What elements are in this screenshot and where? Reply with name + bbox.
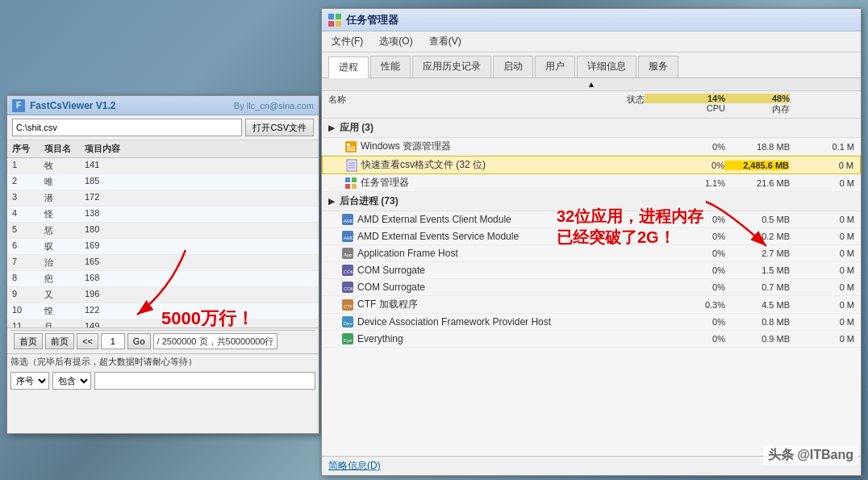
process-extra: 0.1 M	[790, 142, 854, 152]
tm-menu-view[interactable]: 查看(V)	[426, 33, 465, 50]
tm-bg-process-row[interactable]: COM COM Surrogate 0% 1.5 MB 0 M	[322, 262, 861, 279]
csv-prev-page-button[interactable]: 前页	[45, 333, 74, 349]
tm-header-extra	[790, 94, 854, 115]
csv-col-value: 项目内容	[83, 142, 148, 156]
svg-text:CTF: CTF	[344, 304, 353, 309]
tab-详细信息[interactable]: 详细信息	[577, 56, 636, 77]
bg-process-cpu: 0%	[645, 317, 725, 327]
tm-title: 任务管理器	[346, 13, 854, 27]
bg-process-cpu: 0%	[645, 282, 725, 292]
bg-process-icon: AMD	[341, 213, 354, 226]
svg-rect-1	[328, 14, 334, 19]
bg-process-icon: Dev	[341, 315, 354, 328]
bg-process-extra: 0 M	[790, 317, 854, 327]
bg-process-icon: AMD	[341, 230, 354, 243]
csv-table-row: 6驭169	[7, 239, 319, 255]
csv-page-info: / 2500000 页，共50000000行	[153, 333, 278, 349]
tm-titlebar: 任务管理器	[322, 9, 861, 31]
csv-prev2-page-button[interactable]: <<	[77, 333, 98, 349]
tm-app-row[interactable]: 任务管理器 1.1% 21.6 MB 0 M	[322, 174, 861, 192]
csv-viewer-window: F FastCsViewer V1.2 By llc_cn@sina.com 打…	[6, 95, 319, 434]
bg-process-name: Dev Device Association Framework Provide…	[328, 315, 580, 328]
bg-process-icon: Eye	[341, 332, 354, 345]
csv-table-body: 1牧1412唯1853潜1724怪1385惩1806驭1697治1658疤168…	[7, 158, 319, 328]
tab-性能[interactable]: 性能	[370, 56, 411, 77]
bg-process-mem: 0.8 MB	[725, 317, 790, 327]
tm-status-text[interactable]: 简略信息(D)	[328, 459, 381, 473]
bg-process-extra: 0 M	[790, 248, 854, 258]
tm-apps-section-header[interactable]: ▶应用 (3)	[322, 119, 861, 138]
csv-toolbar: 打开CSV文件	[7, 115, 319, 140]
process-mem: 2,485.6 MB	[724, 161, 789, 170]
tm-mem-pct: 48%	[725, 94, 790, 103]
bg-section-label: 后台进程 (73)	[340, 194, 399, 208]
tm-app-row[interactable]: 快速查看csv格式文件 (32 位) 0% 2,485.6 MB 0 M	[322, 156, 861, 174]
csv-filter-row: 序号 包含	[7, 369, 319, 392]
watermark: 头条 @ITBang	[763, 445, 858, 465]
tm-bg-process-row[interactable]: Eye Everything 0% 0.9 MB 0 M	[322, 331, 861, 348]
tm-collapse-button[interactable]: ▲	[322, 78, 861, 91]
tm-menubar: 文件(F) 选项(O) 查看(V)	[322, 31, 861, 52]
svg-text:COM: COM	[344, 269, 354, 274]
svg-rect-4	[336, 21, 341, 27]
tm-menu-options[interactable]: 选项(O)	[376, 33, 415, 50]
csv-filter-type-select[interactable]: 包含	[52, 372, 91, 390]
tm-bg-process-row[interactable]: CTF CTF 加载程序 0.3% 4.5 MB 0 M	[322, 296, 861, 314]
tab-应用历史记录[interactable]: 应用历史记录	[412, 56, 491, 77]
svg-text:AMD: AMD	[344, 236, 354, 240]
csv-table-row: 1牧141	[7, 158, 319, 174]
bg-expand-icon[interactable]: ▶	[328, 197, 335, 206]
svg-text:Eye: Eye	[344, 338, 353, 343]
bg-process-cpu: 0%	[645, 265, 725, 275]
svg-rect-8	[347, 148, 355, 149]
apps-section-label: 应用 (3)	[340, 121, 373, 135]
annotation-memory-arrow-svg	[702, 194, 782, 258]
svg-rect-6	[347, 144, 350, 146]
csv-page-number-input[interactable]	[101, 333, 125, 349]
tm-bg-process-row[interactable]: Dev Device Association Framework Provide…	[322, 314, 861, 331]
svg-text:App: App	[344, 253, 353, 257]
tm-header-status: 状态	[580, 94, 645, 115]
bg-process-cpu: 0%	[645, 334, 725, 344]
explorer-icon	[344, 140, 357, 153]
tab-用户[interactable]: 用户	[535, 56, 575, 77]
tab-服务[interactable]: 服务	[638, 56, 678, 77]
csv-first-page-button[interactable]: 首页	[14, 333, 43, 349]
csv-open-button[interactable]: 打开CSV文件	[245, 119, 314, 136]
tm-process-list[interactable]: ▶应用 (3) Windows 资源管理器 0% 18.8 MB 0.1 M 快…	[322, 119, 861, 480]
process-cpu: 1.1%	[645, 178, 725, 188]
process-mem: 18.8 MB	[725, 142, 790, 152]
csv-title: FastCsViewer V1.2	[30, 100, 234, 111]
tm-tabs: 进程性能应用历史记录启动用户详细信息服务	[322, 52, 861, 78]
bg-process-mem: 1.5 MB	[725, 265, 790, 275]
bg-process-extra: 0 M	[790, 265, 854, 275]
csv-table-row: 8疤168	[7, 271, 319, 287]
csv-go-button[interactable]: Go	[127, 333, 151, 349]
tm-menu-file[interactable]: 文件(F)	[328, 33, 366, 50]
tm-app-icon	[328, 14, 341, 27]
tm-bg-process-row[interactable]: COM COM Surrogate 0% 0.7 MB 0 M	[322, 279, 861, 296]
bg-process-mem: 0.9 MB	[725, 334, 790, 344]
bg-process-name: App Application Frame Host	[328, 247, 580, 260]
tab-启动[interactable]: 启动	[493, 56, 533, 77]
bg-process-extra: 0 M	[790, 232, 854, 241]
svg-rect-9	[347, 150, 355, 151]
csv-path-input[interactable]	[12, 119, 242, 136]
csv-table-row: 7治165	[7, 255, 319, 271]
bg-process-icon: CTF	[341, 298, 354, 311]
bg-process-icon: COM	[341, 281, 354, 294]
apps-expand-icon[interactable]: ▶	[328, 123, 335, 132]
csv-pagination: 首页 前页 << Go / 2500000 页，共50000000行	[10, 330, 315, 352]
csv-filter-value-input[interactable]	[94, 372, 315, 390]
tm-app-row[interactable]: Windows 资源管理器 0% 18.8 MB 0.1 M	[322, 138, 861, 156]
svg-rect-16	[345, 184, 350, 189]
csv-filter-column-select[interactable]: 序号	[10, 372, 49, 390]
csv-table-row: 4怪138	[7, 207, 319, 223]
tab-进程[interactable]: 进程	[328, 56, 369, 78]
csv-viewer-icon	[345, 159, 358, 172]
bg-process-name: CTF CTF 加载程序	[328, 298, 580, 311]
bg-process-name: COM COM Surrogate	[328, 281, 580, 294]
csv-table-row: 3潜172	[7, 190, 319, 207]
bg-process-extra: 0 M	[790, 300, 854, 310]
process-name: 快速查看csv格式文件 (32 位)	[329, 158, 579, 172]
